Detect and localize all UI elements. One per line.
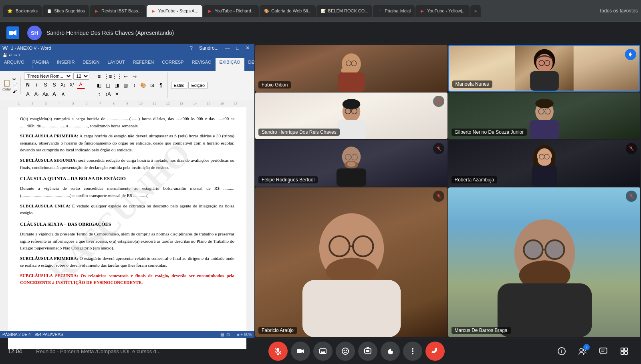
styles-dropdown[interactable]: Estilo: [171, 82, 187, 89]
browser-tab-galeria[interactable]: 🎨 Galeria do Web Sli...: [260, 5, 316, 17]
raise-hand-icon: [386, 347, 394, 355]
word-help-icon[interactable]: ?: [187, 45, 195, 51]
mic-button[interactable]: [268, 342, 288, 361]
word-tab-corresp[interactable]: CORRESP: [158, 58, 187, 71]
word-x-icon[interactable]: ✕: [243, 45, 252, 51]
browser-tab-revista[interactable]: ▶ Revista IB&T Bass...: [90, 5, 146, 17]
cut-icon[interactable]: ✂: [12, 77, 18, 82]
strikethrough-button[interactable]: S: [42, 81, 50, 89]
svg-rect-94: [600, 348, 607, 353]
browser-tab-sites[interactable]: 📋 Sites Sugeridos: [42, 5, 89, 17]
redo-icon[interactable]: ↪: [14, 53, 17, 57]
para-controls: ≡ ⋮≡ ⋮⋮ ⇐ ⇒ ◧ ◫ ◨ ▤ ↕ 🎨 ⊡ ¶: [95, 72, 165, 98]
end-call-button[interactable]: [425, 342, 445, 361]
more-options-button[interactable]: [403, 342, 422, 361]
word-layout-icon[interactable]: ⊡: [226, 332, 230, 337]
bold-button[interactable]: N: [24, 81, 32, 89]
emoji-button[interactable]: [336, 342, 355, 361]
browser-tab-youtube-steps[interactable]: ▶ YouTube - Steps A...: [147, 5, 202, 17]
marcus-video: [448, 187, 641, 337]
word-close-icon[interactable]: —: [223, 45, 232, 51]
font-grow-button[interactable]: A: [50, 90, 58, 98]
word-tab-referencias[interactable]: REFERÊN: [129, 58, 158, 71]
text-color-button[interactable]: A: [77, 81, 85, 89]
raise-hand-button[interactable]: [381, 342, 400, 361]
svg-rect-16: [629, 53, 630, 56]
fontcase-button[interactable]: Aa: [42, 90, 50, 98]
word-zoom-control[interactable]: — ■ + 80%: [232, 332, 252, 337]
activities-button[interactable]: [615, 342, 633, 360]
save-icon[interactable]: 💾: [2, 53, 7, 57]
info-button[interactable]: i: [553, 342, 570, 360]
browser-tab-youtube-yellow[interactable]: ▶ YouTube - Yellowj...: [415, 5, 470, 17]
tab-label: Página inicial: [385, 8, 411, 13]
browser-tab-belem[interactable]: 📝 BELÉM ROCK CO...: [316, 5, 373, 17]
ruler-tick: 5: [66, 102, 80, 105]
word-tab-pagina[interactable]: PÁGINA I: [28, 58, 53, 71]
line-spacing-button[interactable]: ↕: [131, 81, 139, 89]
italic-button[interactable]: I: [33, 81, 41, 89]
font-color2-button[interactable]: A: [24, 90, 32, 98]
word-minimize-icon[interactable]: Sandro...: [197, 45, 221, 51]
sound-waves-icon: [628, 52, 633, 57]
clear-format-button[interactable]: ✕: [113, 90, 121, 98]
paragraph-group: ≡ ⋮≡ ⋮⋮ ⇐ ⇒ ◧ ◫ ◨ ▤ ↕ 🎨 ⊡ ¶: [95, 72, 168, 98]
justify-button[interactable]: ▤: [122, 81, 130, 89]
browser-tab-youtube-richard[interactable]: ▶ YouTube - Richard...: [203, 5, 259, 17]
editar-btn[interactable]: Edição: [188, 82, 208, 89]
font-select[interactable]: Times New Rom...: [24, 72, 72, 80]
browser-tab-more[interactable]: »: [470, 5, 481, 17]
word-tab-inserir[interactable]: INSERIR: [53, 58, 79, 71]
todos-favoritos[interactable]: Todos os favoritos: [599, 8, 638, 14]
pilcrow-button[interactable]: ¶: [157, 81, 165, 89]
ruler-tick: 1: [12, 102, 26, 105]
people-button[interactable]: 9: [574, 342, 591, 360]
sort-button[interactable]: ↕A: [104, 90, 112, 98]
paste-btn[interactable]: 📋 Colar: [2, 79, 11, 91]
doc-subclausula-segunda: SUBCLÁUSULA SEGUNDA: será concedida redu…: [20, 157, 234, 171]
tab-favicon: 📋: [46, 8, 52, 14]
quick-access-dropdown[interactable]: ▾: [18, 53, 20, 57]
chat-button[interactable]: [595, 342, 612, 360]
font-shrink-button[interactable]: A: [59, 90, 67, 98]
captions-button[interactable]: [313, 342, 333, 361]
superscript-button[interactable]: X²: [68, 81, 76, 89]
word-maximize-icon[interactable]: □: [234, 45, 242, 51]
bullet-list-button[interactable]: ≡: [95, 72, 103, 80]
underline-button[interactable]: S: [50, 81, 58, 89]
word-document-content[interactable]: RASCUNHO O(a) estagiário(a) cumprirá a c…: [8, 107, 246, 349]
shading-button[interactable]: 🎨: [139, 81, 147, 89]
font-row1: Times New Rom... 12: [24, 72, 89, 80]
numbered-list-button[interactable]: ⋮≡: [104, 72, 112, 80]
word-tab-revisao[interactable]: REVISÃO: [188, 58, 216, 71]
word-view-icon[interactable]: ▤: [220, 332, 224, 337]
increase-indent-button[interactable]: ⇒: [131, 72, 139, 80]
browser-tab-facebook[interactable]: f Página inicial: [373, 5, 415, 17]
word-tab-arquivo[interactable]: ARQUIVO: [0, 58, 28, 71]
word-ruler: 1 2 3 4 5 6 7 8 9 10 11 12 13 14 15 16 1…: [0, 100, 254, 107]
multilevel-list-button[interactable]: ⋮⋮: [113, 72, 121, 80]
word-tab-layout[interactable]: LAYOUT: [104, 58, 129, 71]
copy-icon[interactable]: 📄: [12, 83, 18, 88]
format-painter-icon[interactable]: 🖌: [12, 89, 18, 94]
subscript-button[interactable]: X₂: [59, 81, 67, 89]
spacing-btn2[interactable]: ↕: [95, 90, 103, 98]
ruler-ticks: 1 2 3 4 5 6 7 8 9 10 11 12 13 14 15 16 1…: [12, 102, 242, 105]
highlight-button[interactable]: A·: [33, 90, 41, 98]
borders-button[interactable]: ⊡: [148, 81, 156, 89]
browser-tab-bookmarks[interactable]: ⭐ Bookmarks: [3, 5, 42, 17]
align-center-button[interactable]: ◫: [104, 81, 112, 89]
decrease-indent-button[interactable]: ⇐: [122, 72, 130, 80]
word-tab-bar: ARQUIVO PÁGINA I INSERIR DESIGN LAYOUT R…: [0, 58, 254, 71]
camera-button[interactable]: [291, 342, 310, 361]
roberta-name-tag: Roberta Azambuja: [452, 176, 498, 183]
word-tab-design[interactable]: DESIGN: [79, 58, 103, 71]
align-right-button[interactable]: ◨: [113, 81, 121, 89]
undo-icon[interactable]: ↩: [9, 53, 12, 57]
activities-icon: [620, 347, 629, 356]
font-size-select[interactable]: 12: [73, 72, 89, 80]
word-tab-exibicao[interactable]: EXIBIÇÃO: [216, 58, 244, 71]
present-button[interactable]: [358, 342, 377, 361]
tab-favicon: 🎨: [264, 8, 269, 14]
align-left-button[interactable]: ◧: [95, 81, 103, 89]
